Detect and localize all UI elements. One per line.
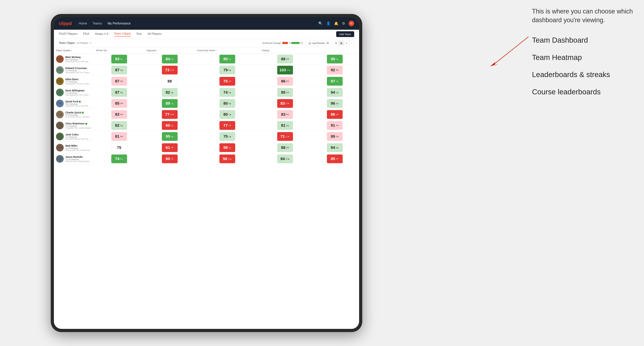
metric-box: 80 1▲ xyxy=(220,110,235,119)
player-name: Blair McHarg xyxy=(66,56,92,58)
metric-cell-8-3: 88 2▼ xyxy=(260,142,310,154)
player-info: Chris Robertson 1-5 Handicap Craigmillar… xyxy=(66,122,91,129)
list-view-button[interactable]: ≡ xyxy=(344,40,349,45)
annotation-item-2: Team Heatmap xyxy=(532,52,634,63)
player-handicap: Plus Handicap xyxy=(66,103,92,105)
metric-cell-1-4: 92 3▼ xyxy=(310,65,359,76)
change-indicator: 4▼ xyxy=(336,158,338,160)
player-cell-5[interactable]: CQ Charlie Quick 6-10 Handicap St. Georg… xyxy=(54,109,94,120)
metric-value: 89 xyxy=(331,134,335,139)
metric-box: 83 6▼ xyxy=(277,110,293,119)
last-rounds-button[interactable]: 📊 Last Rounds: 20 xyxy=(306,41,331,45)
heatmap-view-button[interactable]: ▦ xyxy=(339,40,344,45)
metric-value: 83 xyxy=(281,112,285,117)
metric-cell-5-3: 83 6▼ xyxy=(260,109,310,120)
table-row: DB Dave Billingham 1-5 Handicap Gog Mago… xyxy=(54,87,359,98)
player-club: Royal North Devon Golf Club, United King… xyxy=(66,61,92,63)
metric-value: 94 xyxy=(331,145,335,150)
change-indicator: 3▼ xyxy=(120,80,123,82)
nav-link-home[interactable]: Home xyxy=(79,22,87,25)
last-rounds-icon: 📊 xyxy=(308,42,311,44)
metric-value: 60 xyxy=(166,157,170,161)
player-cell-6[interactable]: CR Chris Robertson 1-5 Handicap Craigmil… xyxy=(54,120,94,131)
metric-value: 71 xyxy=(280,134,285,139)
subnav-team-clippd[interactable]: Team Clippd xyxy=(114,32,131,36)
change-indicator: 3▼ xyxy=(170,147,174,149)
metric-box: 79 9▲ xyxy=(220,66,235,74)
nav-links: Home Teams My Performance xyxy=(79,22,318,25)
metric-cell-1-2: 79 9▲ xyxy=(195,65,260,76)
change-indicator: 8▼ xyxy=(336,113,338,116)
subnav-pga[interactable]: PGA xyxy=(83,32,89,36)
player-cell-8[interactable]: MM Matt Miller 6-10 Handicap Woburn Golf… xyxy=(54,142,94,154)
player-cell-7[interactable]: JC Josh Coles 1-5 Handicap Royal North D… xyxy=(54,131,94,142)
subnav-all-players[interactable]: All Players xyxy=(148,32,162,36)
change-indicator: 8▲ xyxy=(170,135,174,138)
metric-value: 93 xyxy=(115,57,119,61)
metric-box: 103 15▲ xyxy=(277,66,293,74)
last-rounds-label: Last Rounds: xyxy=(312,42,325,44)
metric-value: 94 xyxy=(331,90,335,95)
th-approach: Approach — xyxy=(144,47,195,54)
player-name: Chris Robertson xyxy=(66,122,91,125)
metric-value: 86 xyxy=(331,112,335,117)
metric-cell-2-2: 75 3▼ xyxy=(195,76,260,87)
player-avatar: CQ xyxy=(56,111,64,118)
user-avatar[interactable]: U xyxy=(348,21,354,26)
change-indicator: 8▲ xyxy=(228,58,231,60)
subnav-hcaps[interactable]: Hcaps 1-5 xyxy=(95,32,108,36)
player-cell-9[interactable]: AN Aaron Nicholls 11-15 Handicap Drift G… xyxy=(54,154,94,165)
metric-cell-6-4: 91 3▼ xyxy=(310,120,359,131)
player-handicap: 6-10 Handicap xyxy=(66,147,92,149)
nav-link-my-performance[interactable]: My Performance xyxy=(108,22,131,25)
add-team-button[interactable]: Add Team xyxy=(336,31,354,37)
player-name: Edward Crossman xyxy=(66,67,92,70)
change-indicator: 9▲ xyxy=(336,58,338,60)
metric-box: 82 4▲ xyxy=(162,88,178,97)
player-cell-4[interactable]: DF David Ford Plus Handicap Royal North … xyxy=(54,98,94,109)
player-name: Elliot Ebert xyxy=(66,78,92,81)
change-indicator: 21▲ xyxy=(286,158,290,160)
player-cell-2[interactable]: EE Elliot Ebert 1-5 Handicap Sunningdale… xyxy=(54,76,94,87)
verified-icon xyxy=(82,112,84,114)
metric-cell-0-1: 84 6▲ xyxy=(144,54,195,65)
metric-value: 79 xyxy=(223,68,228,72)
metric-cell-2-1: 88 xyxy=(144,76,195,87)
annotation-area: This is where you can choose which dashb… xyxy=(532,7,634,104)
metric-cell-3-1: 82 4▲ xyxy=(144,87,195,98)
metric-value: 85 xyxy=(331,157,335,161)
edit-team-icon[interactable]: ✏ xyxy=(90,42,92,44)
change-indicator: 2▲ xyxy=(228,135,231,138)
metric-box: 73 11▼ xyxy=(162,66,178,74)
change-indicator: 3▲ xyxy=(228,102,231,105)
player-cell-1[interactable]: EC Edward Crossman 1-5 Handicap Sunningd… xyxy=(54,65,94,76)
subnav-pgat[interactable]: PGAT Players xyxy=(59,32,77,36)
metric-value: 103 xyxy=(280,68,286,72)
grid-view-button[interactable]: ⊞ xyxy=(334,40,338,45)
search-icon[interactable]: 🔍 xyxy=(318,21,323,25)
player-info: Aaron Nicholls 11-15 Handicap Drift Golf… xyxy=(66,156,90,162)
metric-value: 84 xyxy=(280,157,285,161)
user-icon[interactable]: 👤 xyxy=(326,21,330,25)
player-avatar: BM xyxy=(56,55,64,63)
metric-value: 61 xyxy=(166,145,170,150)
metric-value: 81 xyxy=(115,134,119,139)
player-cell-0[interactable]: BM Blair McHarg Plus Handicap Royal Nort… xyxy=(54,54,94,65)
th-player-quality: Player Quality ▼ xyxy=(54,47,94,54)
round-change-bar: -5 +5 xyxy=(282,42,303,44)
player-name: Dave Billingham xyxy=(66,89,92,92)
metric-box: 74 8▲ xyxy=(111,155,127,163)
tablet-frame: clippd Home Teams My Performance 🔍 👤 🔔 ⚙… xyxy=(51,14,362,332)
settings-icon[interactable]: ⚙ xyxy=(342,21,345,25)
metric-value: 84 xyxy=(166,57,170,61)
download-button[interactable]: ↓ xyxy=(349,40,354,45)
subnav-tour[interactable]: Tour xyxy=(136,32,142,36)
metric-cell-6-3: 81 4▲ xyxy=(260,120,310,131)
player-name: Aaron Nicholls xyxy=(66,156,90,158)
metric-value: 77 xyxy=(165,112,170,117)
bell-icon[interactable]: 🔔 xyxy=(334,21,338,25)
table-row: MM Matt Miller 6-10 Handicap Woburn Golf… xyxy=(54,142,359,154)
player-cell-3[interactable]: DB Dave Billingham 1-5 Handicap Gog Mago… xyxy=(54,87,94,98)
round-change-label: 20 Round Change xyxy=(262,42,281,44)
nav-link-teams[interactable]: Teams xyxy=(93,22,102,25)
